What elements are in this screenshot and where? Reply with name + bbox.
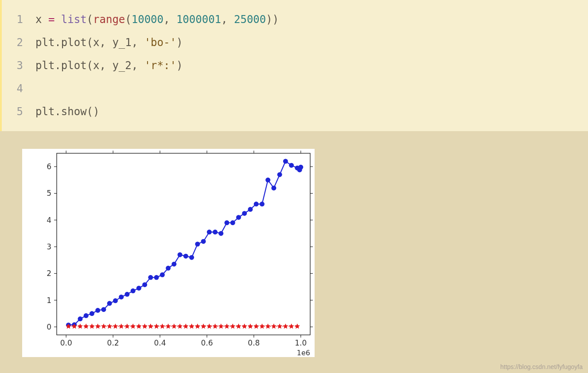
watermark: https://blog.csdn.net/fyfugoyfa: [500, 363, 583, 370]
svg-point-54: [142, 282, 147, 287]
svg-point-46: [95, 308, 100, 313]
svg-point-71: [242, 211, 247, 216]
svg-point-58: [166, 266, 171, 271]
svg-point-61: [183, 254, 188, 259]
svg-text:3: 3: [47, 242, 51, 251]
line-number: 2: [2, 31, 35, 54]
svg-point-63: [195, 242, 200, 247]
code-line: 3plt.plot(x, y_2, 'r*:'): [2, 54, 588, 77]
svg-point-53: [136, 286, 141, 291]
svg-text:0.4: 0.4: [154, 338, 166, 347]
svg-text:0.0: 0.0: [60, 338, 72, 347]
svg-point-43: [78, 316, 82, 321]
svg-text:6: 6: [47, 162, 51, 171]
svg-text:2: 2: [47, 269, 51, 278]
code-line: 2plt.plot(x, y_1, 'bo-'): [2, 31, 588, 54]
svg-point-44: [84, 313, 89, 318]
matplotlib-plot: 01234560.00.20.40.60.81.01e6: [22, 149, 315, 357]
svg-text:1: 1: [47, 296, 51, 305]
svg-point-51: [125, 292, 129, 297]
svg-point-82: [298, 165, 303, 170]
svg-point-65: [207, 229, 212, 234]
plot-area: 01234560.00.20.40.60.81.01e6: [22, 149, 315, 357]
svg-text:0.8: 0.8: [248, 338, 260, 347]
svg-point-73: [254, 202, 259, 206]
code-text: x = list(range(10000, 1000001, 25000)): [35, 8, 279, 31]
code-line: 1x = list(range(10000, 1000001, 25000)): [2, 8, 588, 31]
svg-text:0.6: 0.6: [201, 338, 213, 347]
svg-text:4: 4: [47, 216, 51, 225]
svg-point-59: [171, 262, 176, 267]
code-line: 4: [2, 77, 588, 100]
svg-point-62: [189, 255, 194, 260]
svg-point-74: [260, 202, 265, 206]
svg-point-76: [271, 186, 276, 190]
code-block: 1x = list(range(10000, 1000001, 25000))2…: [0, 0, 588, 131]
code-text: plt.show(): [35, 100, 100, 123]
line-number: 4: [2, 77, 35, 100]
code-text: plt.plot(x, y_1, 'bo-'): [35, 31, 183, 54]
svg-point-66: [213, 229, 218, 234]
svg-point-52: [131, 288, 136, 293]
svg-point-72: [248, 207, 253, 212]
svg-point-67: [218, 231, 223, 236]
svg-point-45: [90, 311, 94, 316]
svg-point-64: [201, 239, 206, 244]
svg-text:1.0: 1.0: [295, 338, 307, 347]
svg-point-78: [283, 159, 288, 164]
svg-text:0: 0: [47, 322, 51, 331]
line-number: 3: [2, 54, 35, 77]
svg-text:5: 5: [47, 189, 51, 198]
code-text: plt.plot(x, y_2, 'r*:'): [35, 54, 183, 77]
svg-point-49: [113, 298, 118, 303]
svg-point-70: [236, 215, 241, 220]
svg-point-69: [230, 220, 235, 225]
svg-point-60: [178, 253, 183, 257]
svg-point-57: [160, 272, 165, 277]
code-line: 5plt.show(): [2, 100, 588, 123]
svg-point-56: [154, 275, 159, 280]
svg-text:1e6: 1e6: [297, 349, 310, 357]
svg-rect-0: [57, 153, 310, 335]
svg-point-77: [277, 172, 282, 177]
svg-point-47: [101, 307, 106, 312]
svg-point-48: [107, 301, 112, 306]
chart-output: 01234560.00.20.40.60.81.01e6: [0, 131, 588, 357]
svg-point-55: [148, 275, 153, 280]
line-number: 5: [2, 100, 35, 123]
svg-text:0.2: 0.2: [107, 338, 119, 347]
svg-point-50: [119, 295, 124, 299]
svg-point-68: [224, 220, 229, 225]
svg-point-75: [265, 178, 270, 183]
svg-point-79: [289, 163, 294, 168]
line-number: 1: [2, 8, 35, 31]
